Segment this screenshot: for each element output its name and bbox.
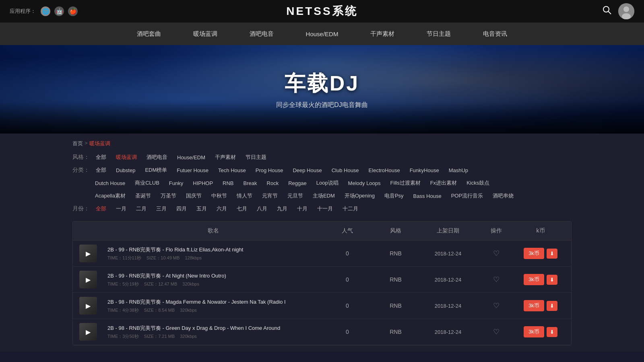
song-time-2: TIME：5分19秒 [107, 282, 139, 286]
cat-hiphop[interactable]: HIPHOP [190, 179, 216, 187]
cat-home-edm[interactable]: 主场EDM [310, 191, 338, 200]
song-coin-2: 3k币 ⬇ [516, 274, 565, 285]
cat-prog-house[interactable]: Prog House [252, 167, 287, 174]
android-icon[interactable]: 🌐 [41, 6, 50, 16]
cat-lantern[interactable]: 元宵节 [259, 191, 281, 200]
song-info-1: 2B - 99 - RNB完美节奏 - Flo Rida ft.Liz Elia… [103, 246, 323, 261]
style-filter-vocal[interactable]: 干声素材 [212, 153, 239, 162]
song-ops-4[interactable]: ♡ [476, 327, 516, 336]
month-sep[interactable]: 九月 [274, 204, 291, 213]
nav-item-bar-edm[interactable]: 酒吧电音 [246, 28, 278, 40]
cat-rnb[interactable]: RNB [219, 179, 237, 187]
user-avatar[interactable] [618, 3, 634, 19]
month-dec[interactable]: 十二月 [339, 204, 361, 213]
style-filter-warm[interactable]: 暖场蓝调 [113, 153, 140, 162]
download-button-4[interactable]: ⬇ [547, 327, 557, 337]
download-button-3[interactable]: ⬇ [547, 301, 557, 311]
search-icon[interactable] [602, 5, 612, 17]
cat-new-year[interactable]: 元旦节 [284, 191, 306, 200]
month-mar[interactable]: 三月 [153, 204, 170, 213]
cat-valentines[interactable]: 情人节 [233, 191, 256, 200]
month-jul[interactable]: 七月 [233, 204, 250, 213]
nav-item-news[interactable]: 电音资讯 [479, 28, 511, 40]
cat-dutch-house[interactable]: Dutch House [92, 179, 128, 187]
cat-edm-chart[interactable]: EDM榜单 [142, 166, 170, 175]
nav-item-house-edm[interactable]: House/EDM [302, 28, 343, 40]
th-date: 上架日期 [420, 227, 476, 234]
cat-pop[interactable]: POP流行音乐 [448, 191, 486, 200]
cat-halloween[interactable]: 万圣节 [157, 191, 180, 200]
cat-psy[interactable]: 电音Psy [381, 191, 407, 200]
svg-point-3 [623, 6, 629, 12]
play-icon-2: ▶ [86, 276, 91, 284]
cat-opening[interactable]: 开场Opening [341, 191, 378, 200]
month-may[interactable]: 五月 [193, 204, 210, 213]
month-jun[interactable]: 六月 [213, 204, 230, 213]
cat-melody-loops[interactable]: Melody Loops [345, 179, 384, 187]
cat-tech-house[interactable]: Tech House [215, 167, 249, 174]
month-feb[interactable]: 二月 [133, 204, 150, 213]
song-date-1: 2018-12-24 [420, 251, 476, 257]
cat-club-house[interactable]: Club House [328, 167, 362, 174]
cat-break[interactable]: Break [240, 179, 260, 187]
cat-electro-house[interactable]: ElectroHouse [365, 167, 403, 174]
nav-item-warm-blues[interactable]: 暖场蓝调 [189, 28, 221, 40]
cat-christmas[interactable]: 圣诞节 [132, 191, 154, 200]
hero-text: 车载DJ 同步全球最火的酒吧DJ电音舞曲 [276, 70, 368, 109]
cat-futuer-house[interactable]: Futuer House [173, 167, 212, 174]
breadcrumb-home[interactable]: 首页 [72, 140, 83, 147]
song-ops-3[interactable]: ♡ [476, 301, 516, 310]
download-button-1[interactable]: ⬇ [547, 249, 557, 259]
song-ops-2[interactable]: ♡ [476, 275, 516, 284]
cat-rock[interactable]: Rock [264, 179, 282, 187]
cat-fx[interactable]: Fx进出素材 [427, 179, 460, 187]
month-jan[interactable]: 一月 [113, 204, 130, 213]
song-coin-1: 3k币 ⬇ [516, 248, 565, 259]
cat-funky[interactable]: Funky [166, 179, 186, 187]
robot-icon[interactable]: 🤖 [54, 6, 64, 16]
apple-icon[interactable]: 🍎 [68, 6, 78, 16]
cat-deep-house[interactable]: Deep House [289, 167, 325, 174]
buy-button-1[interactable]: 3k币 [524, 248, 544, 259]
song-style-2: RNB [372, 276, 420, 283]
cat-loop[interactable]: Loop说唱 [313, 179, 342, 187]
buy-button-4[interactable]: 3k币 [524, 326, 544, 337]
style-filter-all[interactable]: 全部 [93, 153, 109, 162]
song-ops-1[interactable]: ♡ [476, 249, 516, 258]
song-popularity-2: 0 [323, 276, 372, 283]
month-all[interactable]: 全部 [93, 204, 109, 213]
th-ops: 操作 [476, 227, 516, 234]
style-filter-bar-edm[interactable]: 酒吧电音 [143, 153, 171, 162]
cat-mashup[interactable]: MashUp [446, 167, 471, 174]
cat-reggae[interactable]: Reggae [285, 179, 310, 187]
nav-item-holiday[interactable]: 节日主题 [423, 28, 455, 40]
song-thumbnail-4[interactable]: ▶ [79, 323, 97, 341]
cat-commercial-club[interactable]: 商业CLUB [132, 179, 163, 187]
month-apr[interactable]: 四月 [173, 204, 190, 213]
cat-bar-mix[interactable]: 酒吧串烧 [489, 191, 517, 200]
month-oct[interactable]: 十月 [294, 204, 311, 213]
song-thumbnail-3[interactable]: ▶ [79, 297, 97, 315]
song-thumbnail-1[interactable]: ▶ [79, 245, 97, 262]
cat-dubstep[interactable]: Dubstep [113, 167, 138, 174]
download-button-2[interactable]: ⬇ [547, 275, 557, 285]
song-time-1: TIME：11分11秒 [107, 255, 141, 260]
buy-button-2[interactable]: 3k币 [524, 274, 544, 285]
cat-acapella[interactable]: Acapella素材 [92, 191, 129, 200]
month-nov[interactable]: 十一月 [314, 204, 336, 213]
cat-mid-autumn[interactable]: 中秋节 [208, 191, 230, 200]
month-aug[interactable]: 八月 [254, 204, 270, 213]
cat-kicks[interactable]: Kicks鼓点 [463, 179, 493, 187]
nav-item-bar-suite[interactable]: 酒吧套曲 [133, 28, 165, 40]
cat-national-day[interactable]: 国庆节 [183, 191, 205, 200]
cat-bass-house[interactable]: Bass House [410, 192, 445, 200]
cat-funky-house[interactable]: FunkyHouse [407, 167, 442, 174]
song-thumbnail-2[interactable]: ▶ [79, 271, 97, 288]
nav-item-vocal[interactable]: 干声素材 [366, 28, 398, 40]
song-style-4: RNB [372, 329, 420, 335]
cat-all[interactable]: 全部 [93, 166, 109, 175]
buy-button-3[interactable]: 3k币 [524, 300, 544, 311]
style-filter-house[interactable]: House/EDM [174, 154, 208, 161]
cat-fills[interactable]: Fills过渡素材 [387, 179, 424, 187]
style-filter-holiday[interactable]: 节日主题 [242, 153, 270, 162]
